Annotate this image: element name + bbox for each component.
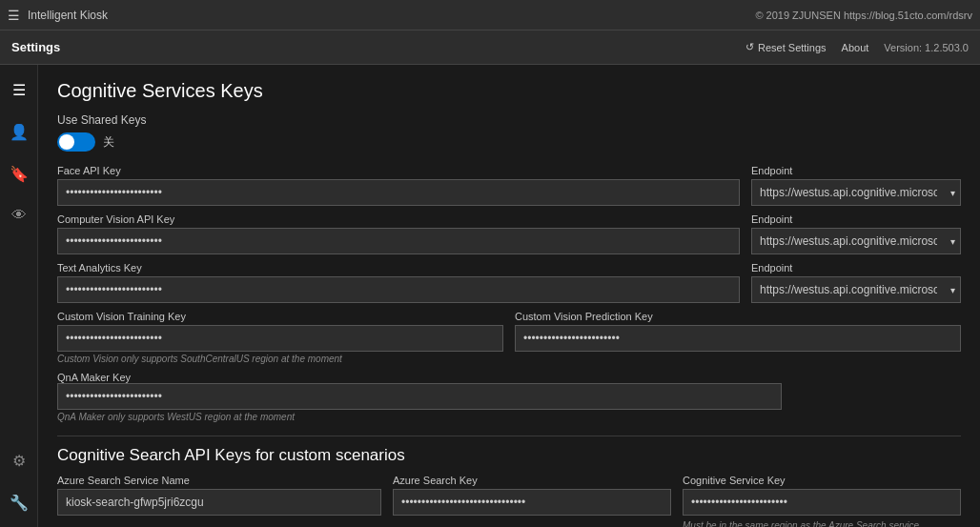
computer-vision-key-label: Computer Vision API Key: [57, 213, 740, 225]
face-api-key-label: Face API Key: [57, 165, 740, 176]
sidebar-icon-user[interactable]: 👤: [2, 114, 36, 149]
computer-vision-endpoint-group: Endpoint https://westus.api.cognitive.mi…: [751, 213, 961, 254]
sidebar-icon-wrench[interactable]: 🔧: [2, 485, 36, 519]
version-text: Version: 1.2.503.0: [884, 42, 969, 53]
computer-vision-row: Computer Vision API Key Endpoint https:/…: [57, 213, 961, 254]
text-analytics-endpoint-group: Endpoint https://westus.api.cognitive.mi…: [751, 262, 961, 303]
title-bar: ☰ Intelligent Kiosk © 2019 ZJUNSEN https…: [0, 0, 980, 30]
qna-maker-row: QnA Maker Key: [57, 372, 961, 410]
nav-bar-left: Settings: [11, 40, 60, 54]
hamburger-icon[interactable]: ☰: [8, 8, 20, 23]
cognitive-search-title: Cognitive Search API Keys for custom sce…: [57, 446, 961, 465]
face-api-endpoint-select-wrapper: https://westus.api.cognitive.microsoft.c…: [751, 179, 961, 206]
azure-search-key-input[interactable]: [393, 489, 671, 516]
title-bar-copyright: © 2019 ZJUNSEN https://blog.51cto.com/rd…: [755, 10, 972, 21]
title-bar-left: ☰ Intelligent Kiosk: [8, 8, 108, 23]
text-analytics-endpoint-label: Endpoint: [751, 262, 961, 274]
face-api-endpoint-label: Endpoint: [751, 165, 961, 176]
face-api-key-input[interactable]: [57, 179, 740, 206]
reset-label: Reset Settings: [758, 42, 827, 53]
sidebar: ☰ 👤 🔖 👁 ⚙ 🔧: [0, 65, 38, 527]
shared-keys-toggle[interactable]: [57, 132, 95, 152]
toggle-state-label: 关: [103, 134, 114, 151]
text-analytics-endpoint-select[interactable]: https://westus.api.cognitive.microsoft.c…: [751, 276, 961, 303]
qna-maker-key-input[interactable]: [57, 383, 782, 410]
computer-vision-endpoint-label: Endpoint: [751, 213, 961, 225]
reset-settings-button[interactable]: ↺ Reset Settings: [745, 41, 827, 53]
app-name: Intelligent Kiosk: [28, 9, 108, 22]
nav-bar: Settings ↺ Reset Settings About Version:…: [0, 30, 980, 65]
azure-search-key-group: Azure Search Key: [393, 475, 671, 527]
custom-vision-row: Custom Vision Training Key Custom Vision…: [57, 311, 961, 352]
cognitive-service-key-label: Cognitive Service Key: [683, 475, 961, 486]
custom-vision-prediction-group: Custom Vision Prediction Key: [515, 311, 961, 352]
page-title: Cognitive Services Keys: [57, 80, 961, 102]
toggle-row: 关: [57, 132, 961, 152]
toggle-knob: [59, 134, 74, 150]
computer-vision-endpoint-select[interactable]: https://westus.api.cognitive.microsoft.c…: [751, 228, 961, 254]
cognitive-service-key-hint: Must be in the same region as the Azure …: [683, 520, 961, 527]
search-row: Azure Search Service Name Azure Search K…: [57, 475, 961, 527]
azure-search-name-group: Azure Search Service Name: [57, 475, 381, 527]
computer-vision-endpoint-wrapper: https://westus.api.cognitive.microsoft.c…: [751, 228, 961, 254]
azure-search-name-label: Azure Search Service Name: [57, 475, 381, 486]
cognitive-service-key-group: Cognitive Service Key Must be in the sam…: [683, 475, 961, 527]
settings-nav-title: Settings: [11, 40, 60, 54]
qna-maker-key-label: QnA Maker Key: [57, 372, 961, 383]
about-label: About: [842, 42, 869, 53]
azure-search-key-label: Azure Search Key: [393, 475, 671, 486]
custom-vision-prediction-label: Custom Vision Prediction Key: [515, 311, 961, 322]
text-analytics-row: Text Analytics Key Endpoint https://west…: [57, 262, 961, 303]
computer-vision-key-input[interactable]: [57, 228, 740, 254]
content-area: Cognitive Services Keys Use Shared Keys …: [38, 65, 980, 527]
face-api-endpoint-group: Endpoint https://westus.api.cognitive.mi…: [751, 165, 961, 206]
sidebar-icon-eye[interactable]: 👁: [2, 198, 36, 233]
text-analytics-key-label: Text Analytics Key: [57, 262, 740, 274]
section-separator: [57, 436, 961, 436]
sidebar-icon-menu[interactable]: ☰: [2, 72, 36, 107]
sidebar-icon-gear[interactable]: ⚙: [2, 443, 36, 477]
text-analytics-key-group: Text Analytics Key: [57, 262, 740, 303]
text-analytics-endpoint-wrapper: https://westus.api.cognitive.microsoft.c…: [751, 276, 961, 303]
cognitive-service-key-input[interactable]: [683, 489, 961, 516]
custom-vision-training-input[interactable]: [57, 325, 503, 352]
reset-icon: ↺: [745, 41, 754, 53]
nav-bar-right: ↺ Reset Settings About Version: 1.2.503.…: [745, 41, 969, 53]
face-api-row: Face API Key Endpoint https://westus.api…: [57, 165, 961, 206]
face-api-endpoint-select[interactable]: https://westus.api.cognitive.microsoft.c…: [751, 179, 961, 206]
use-shared-keys-label: Use Shared Keys: [57, 113, 961, 127]
custom-vision-training-group: Custom Vision Training Key: [57, 311, 503, 352]
about-button[interactable]: About: [842, 42, 869, 53]
face-api-key-group: Face API Key: [57, 165, 740, 206]
custom-vision-hint: Custom Vision only supports SouthCentral…: [57, 354, 961, 364]
text-analytics-key-input[interactable]: [57, 276, 740, 303]
azure-search-name-input[interactable]: [57, 489, 381, 516]
sidebar-bottom: ⚙ 🔧: [2, 443, 36, 527]
sidebar-icon-bookmark[interactable]: 🔖: [2, 156, 36, 191]
qna-maker-hint: QnA Maker only supports WestUS region at…: [57, 412, 961, 422]
custom-vision-training-label: Custom Vision Training Key: [57, 311, 503, 322]
custom-vision-prediction-input[interactable]: [515, 325, 961, 352]
computer-vision-key-group: Computer Vision API Key: [57, 213, 740, 254]
main-layout: ☰ 👤 🔖 👁 ⚙ 🔧 Cognitive Services Keys Use …: [0, 65, 980, 527]
